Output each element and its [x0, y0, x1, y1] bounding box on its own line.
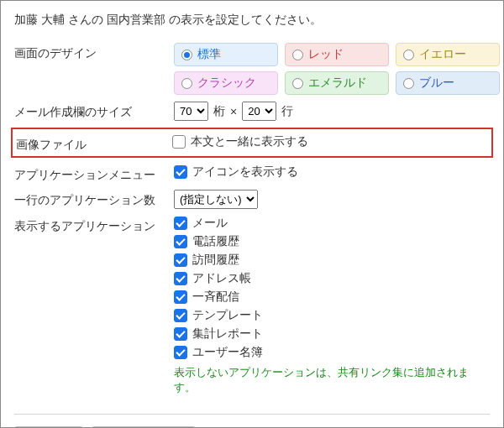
- image-file-checkbox-label: 本文と一緒に表示する: [191, 134, 308, 149]
- theme-label: イエロー: [419, 47, 466, 62]
- footer: 設定する キャンセルする: [14, 414, 490, 428]
- theme-label: ブルー: [419, 76, 454, 91]
- app-checkbox[interactable]: [174, 327, 187, 341]
- theme-option-red[interactable]: レッド: [285, 43, 389, 66]
- app-label: 一斉配信: [192, 290, 239, 305]
- theme-label: レッド: [308, 47, 344, 62]
- row-show-apps: 表示するアプリケーション メール 電話履歴 訪問履歴 アドレス帳 一斉配信 テン…: [14, 216, 490, 395]
- app-item: 電話履歴: [174, 234, 490, 249]
- app-checkbox[interactable]: [174, 346, 187, 359]
- app-checkbox[interactable]: [174, 217, 187, 230]
- app-label: アドレス帳: [192, 271, 251, 286]
- row-design: 画面のデザイン 標準 レッド イエロー クラシック エメラルド: [14, 43, 490, 95]
- mail-cols-select[interactable]: 70: [174, 102, 208, 121]
- apps-per-row-select[interactable]: (指定しない): [174, 190, 258, 209]
- highlight-image-file: 画像ファイル 本文と一緒に表示する: [11, 128, 493, 158]
- label-app-menu: アプリケーションメニュー: [14, 164, 174, 183]
- app-menu-checkbox-label: アイコンを表示する: [192, 164, 298, 180]
- label-mail-size: メール作成欄のサイズ: [14, 102, 174, 120]
- mail-rows-unit: 行: [281, 104, 293, 119]
- app-checkbox[interactable]: [174, 253, 187, 267]
- theme-option-standard[interactable]: 標準: [174, 43, 278, 66]
- image-file-checkbox[interactable]: [172, 135, 186, 149]
- theme-label: エメラルド: [308, 76, 367, 91]
- theme-option-emerald[interactable]: エメラルド: [285, 71, 389, 95]
- apps-note: 表示しないアプリケーションは、共有リンク集に追加されます。: [174, 365, 490, 395]
- app-item: メール: [174, 216, 490, 231]
- row-apps-per-row: 一行のアプリケーション数 (指定しない): [14, 190, 490, 209]
- theme-option-classic[interactable]: クラシック: [174, 71, 278, 95]
- app-checkbox[interactable]: [174, 272, 187, 285]
- app-item: アドレス帳: [174, 271, 490, 286]
- row-app-menu: アプリケーションメニュー アイコンを表示する: [14, 164, 490, 183]
- radio-icon: [181, 78, 192, 89]
- app-label: 訪問履歴: [192, 253, 239, 268]
- theme-option-blue[interactable]: ブルー: [396, 71, 500, 95]
- label-show-apps: 表示するアプリケーション: [14, 216, 174, 234]
- app-checkbox[interactable]: [174, 309, 187, 322]
- label-design: 画面のデザイン: [14, 43, 174, 61]
- radio-icon: [403, 78, 414, 89]
- app-item: ユーザー名簿: [174, 345, 490, 360]
- label-image-file: 画像ファイル: [16, 134, 172, 153]
- mail-rows-select[interactable]: 20: [242, 102, 276, 121]
- app-item: テンプレート: [174, 308, 490, 323]
- app-checkbox[interactable]: [174, 290, 187, 304]
- radio-icon: [181, 50, 192, 60]
- apps-list: メール 電話履歴 訪問履歴 アドレス帳 一斉配信 テンプレート 集計レポート: [174, 216, 490, 395]
- mail-cols-unit: 桁: [213, 104, 225, 119]
- theme-label: クラシック: [197, 76, 256, 91]
- radio-icon: [403, 50, 414, 60]
- radio-icon: [292, 78, 303, 89]
- theme-option-yellow[interactable]: イエロー: [396, 43, 500, 66]
- radio-icon: [292, 50, 303, 60]
- page-intro: 加藤 大輔 さんの 国内営業部 の表示を設定してください。: [14, 13, 490, 28]
- mail-times: ×: [230, 105, 237, 118]
- app-menu-checkbox[interactable]: [174, 165, 187, 179]
- app-item: 訪問履歴: [174, 253, 490, 268]
- app-label: ユーザー名簿: [192, 345, 263, 360]
- app-label: 電話履歴: [192, 234, 239, 249]
- row-mail-size: メール作成欄のサイズ 70 桁 × 20 行: [14, 102, 490, 121]
- label-apps-per-row: 一行のアプリケーション数: [14, 190, 174, 208]
- app-item: 一斉配信: [174, 290, 490, 305]
- theme-grid: 標準 レッド イエロー クラシック エメラルド ブルー: [174, 43, 500, 95]
- app-checkbox[interactable]: [174, 235, 187, 248]
- app-label: 集計レポート: [192, 326, 263, 342]
- app-item: 集計レポート: [174, 326, 490, 342]
- app-label: テンプレート: [192, 308, 263, 323]
- theme-label: 標準: [197, 47, 221, 62]
- app-label: メール: [192, 216, 228, 231]
